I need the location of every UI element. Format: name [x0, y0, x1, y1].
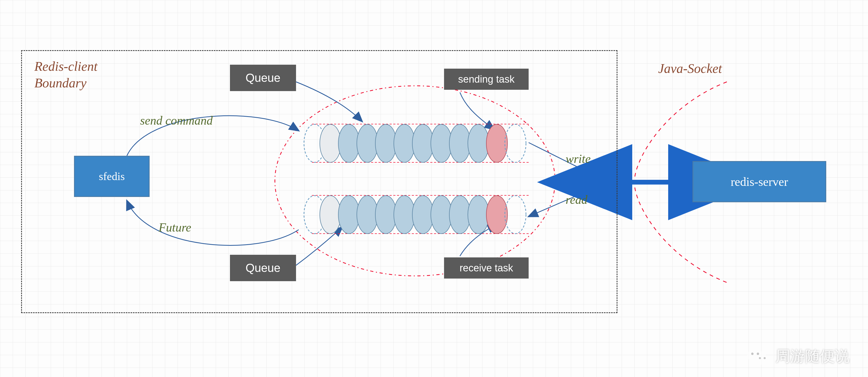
svg-point-29	[431, 196, 452, 234]
svg-point-18	[486, 124, 507, 162]
wechat-icon	[746, 347, 770, 367]
svg-point-33	[505, 196, 526, 234]
svg-point-38	[759, 357, 761, 359]
java-socket-label: Java-Socket	[658, 61, 722, 76]
svg-point-28	[412, 196, 433, 234]
queue-label-top: Queue	[230, 65, 296, 91]
boundary-title-line2: Boundary	[34, 75, 87, 90]
svg-point-26	[375, 196, 397, 234]
svg-point-37	[757, 352, 759, 355]
boundary-title: Redis-client Boundary	[34, 58, 97, 91]
svg-point-14	[412, 124, 433, 162]
write-label: write	[566, 152, 591, 166]
svg-point-16	[449, 124, 470, 162]
svg-point-0	[275, 86, 555, 276]
svg-point-27	[394, 196, 415, 234]
sfedis-box: sfedis	[74, 156, 150, 197]
queue-label-bottom: Queue	[230, 255, 296, 281]
receive-task-label: receive task	[444, 258, 529, 278]
queue-bottom-shape	[304, 195, 529, 234]
svg-point-35	[756, 354, 769, 365]
svg-point-24	[338, 196, 360, 234]
watermark-text: 周游随便说	[775, 346, 849, 367]
svg-point-11	[357, 124, 378, 162]
svg-point-25	[357, 196, 378, 234]
queue-top-shape	[304, 124, 529, 162]
svg-point-17	[468, 124, 489, 162]
svg-point-36	[751, 352, 753, 355]
svg-point-8	[304, 124, 325, 162]
svg-point-12	[375, 124, 397, 162]
sending-task-label: sending task	[444, 69, 529, 90]
svg-point-9	[320, 124, 341, 162]
read-label: read	[566, 193, 588, 207]
svg-point-32	[486, 196, 507, 234]
svg-point-13	[394, 124, 415, 162]
watermark: 周游随便说	[746, 346, 849, 367]
send-command-label: send command	[140, 113, 213, 128]
svg-point-30	[449, 196, 470, 234]
svg-point-10	[338, 124, 360, 162]
redis-server-box: redis-server	[692, 161, 826, 202]
svg-point-31	[468, 196, 489, 234]
svg-point-19	[505, 124, 526, 162]
svg-line-4	[605, 179, 611, 185]
future-label: Future	[159, 220, 191, 234]
diagram-stage: Redis-client Boundary Java-Socket sfedis…	[0, 0, 868, 377]
boundary-title-line1: Redis-client	[34, 59, 97, 74]
svg-point-23	[320, 196, 341, 234]
svg-point-39	[764, 357, 766, 359]
svg-point-22	[304, 196, 325, 234]
svg-line-3	[605, 179, 611, 185]
svg-point-15	[431, 124, 452, 162]
